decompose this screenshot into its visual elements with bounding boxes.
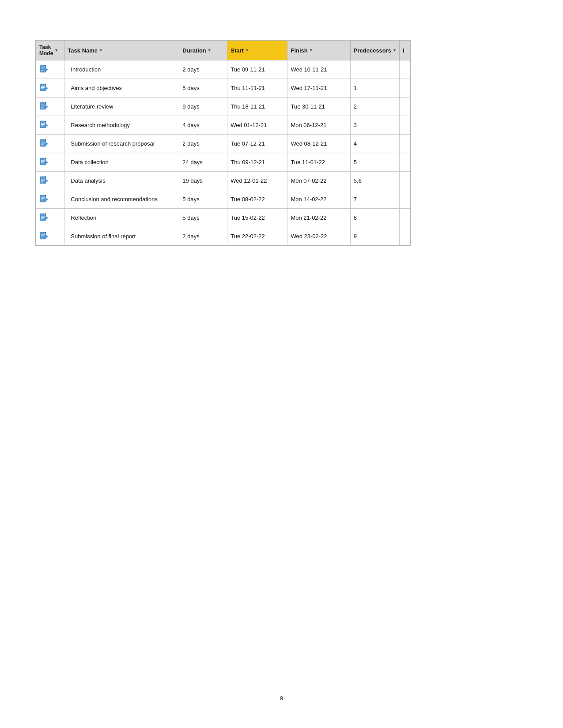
th-taskname[interactable]: Task Name ▼ bbox=[64, 41, 179, 60]
th-start[interactable]: Start ▼ bbox=[227, 41, 287, 60]
task-name-cell: Submission of final report bbox=[64, 227, 179, 246]
predecessors-cell: 3 bbox=[350, 116, 399, 135]
svg-marker-62 bbox=[46, 217, 48, 219]
svg-marker-20 bbox=[46, 105, 48, 108]
th-duration[interactable]: Duration ▼ bbox=[179, 41, 227, 60]
predecessors-cell: 5 bbox=[350, 153, 399, 172]
start-cell: Tue 07-12-21 bbox=[227, 135, 287, 153]
task-mode-cell bbox=[36, 172, 64, 190]
th-taskmode-label: Task Mode bbox=[39, 44, 53, 56]
extra-cell bbox=[400, 98, 411, 116]
task-mode-icon bbox=[39, 102, 49, 110]
svg-marker-55 bbox=[46, 198, 48, 201]
gantt-table: Task Mode ▼ Task Name ▼ Duration ▼ bbox=[36, 40, 411, 246]
duration-cell: 2 days bbox=[179, 60, 227, 79]
duration-cell: 5 days bbox=[179, 190, 227, 209]
task-name-text: Submission of final report bbox=[71, 233, 136, 240]
th-predecessors-label: Predecessors bbox=[354, 47, 391, 54]
table-row: Data collection24 daysThu 09-12-21Tue 11… bbox=[36, 153, 411, 172]
th-taskmode[interactable]: Task Mode ▼ bbox=[36, 41, 64, 60]
finish-cell: Wed 10-11-21 bbox=[287, 60, 350, 79]
task-name-text: Data analysis bbox=[71, 177, 105, 184]
th-finish-label: Finish bbox=[291, 47, 307, 54]
duration-cell: 4 days bbox=[179, 116, 227, 135]
task-mode-cell bbox=[36, 135, 64, 153]
task-name-text: Aims and objectives bbox=[71, 85, 122, 91]
svg-marker-69 bbox=[46, 235, 48, 238]
th-duration-arrow[interactable]: ▼ bbox=[208, 48, 212, 53]
duration-cell: 2 days bbox=[179, 227, 227, 246]
th-taskname-label: Task Name bbox=[68, 47, 98, 54]
svg-marker-6 bbox=[46, 68, 48, 71]
duration-cell: 24 days bbox=[179, 153, 227, 172]
task-mode-cell bbox=[36, 116, 64, 135]
duration-cell: 19 days bbox=[179, 172, 227, 190]
predecessors-cell: 8 bbox=[350, 209, 399, 227]
predecessors-cell: 7 bbox=[350, 190, 399, 209]
extra-cell bbox=[400, 116, 411, 135]
task-mode-icon bbox=[39, 158, 49, 165]
task-mode-cell bbox=[36, 79, 64, 98]
th-predecessors-arrow[interactable]: ▼ bbox=[393, 48, 397, 53]
predecessors-cell: 1 bbox=[350, 79, 399, 98]
extra-cell bbox=[400, 209, 411, 227]
table-row: Data analysis19 daysWed 12-01-22Mon 07-0… bbox=[36, 172, 411, 190]
task-mode-cell bbox=[36, 153, 64, 172]
table-row: Reflection5 daysTue 15-02-22Mon 21-02-22… bbox=[36, 209, 411, 227]
duration-cell: 5 days bbox=[179, 209, 227, 227]
task-mode-icon bbox=[39, 83, 49, 91]
page: Task Mode ▼ Task Name ▼ Duration ▼ bbox=[0, 0, 563, 728]
task-name-cell: Introduction bbox=[64, 60, 179, 79]
th-taskmode-arrow[interactable]: ▼ bbox=[54, 48, 58, 53]
finish-cell: Tue 11-01-22 bbox=[287, 153, 350, 172]
extra-cell bbox=[400, 153, 411, 172]
task-name-text: Conclusion and recommendations bbox=[71, 196, 158, 203]
start-cell: Thu 11-11-21 bbox=[227, 79, 287, 98]
task-name-cell: Data analysis bbox=[64, 172, 179, 190]
finish-cell: Wed 23-02-22 bbox=[287, 227, 350, 246]
duration-cell: 9 days bbox=[179, 98, 227, 116]
svg-marker-27 bbox=[46, 124, 48, 127]
th-extra: I bbox=[400, 41, 411, 60]
svg-marker-48 bbox=[46, 180, 48, 182]
svg-marker-41 bbox=[46, 161, 48, 164]
finish-cell: Mon 07-02-22 bbox=[287, 172, 350, 190]
start-cell: Tue 15-02-22 bbox=[227, 209, 287, 227]
finish-cell: Mon 21-02-22 bbox=[287, 209, 350, 227]
th-extra-label: I bbox=[403, 47, 404, 54]
table-row: Aims and objectives5 daysThu 11-11-21Wed… bbox=[36, 79, 411, 98]
task-mode-cell bbox=[36, 98, 64, 116]
table-row: Literature review9 daysThu 18-11-21Tue 3… bbox=[36, 98, 411, 116]
task-mode-cell bbox=[36, 60, 64, 79]
task-mode-icon bbox=[39, 213, 49, 221]
page-number: 9 bbox=[280, 695, 283, 702]
start-cell: Thu 18-11-21 bbox=[227, 98, 287, 116]
task-name-cell: Submission of research proposal bbox=[64, 135, 179, 153]
task-name-text: Reflection bbox=[71, 214, 96, 221]
task-name-cell: Literature review bbox=[64, 98, 179, 116]
task-mode-icon bbox=[39, 65, 49, 73]
start-cell: Tue 22-02-22 bbox=[227, 227, 287, 246]
task-mode-cell bbox=[36, 190, 64, 209]
th-start-arrow[interactable]: ▼ bbox=[245, 48, 249, 53]
th-taskname-arrow[interactable]: ▼ bbox=[99, 48, 103, 53]
extra-cell bbox=[400, 190, 411, 209]
table-header-row: Task Mode ▼ Task Name ▼ Duration ▼ bbox=[36, 41, 411, 60]
extra-cell bbox=[400, 135, 411, 153]
task-mode-icon bbox=[39, 176, 49, 184]
task-mode-icon bbox=[39, 195, 49, 203]
extra-cell bbox=[400, 172, 411, 190]
start-cell: Tue 08-02-22 bbox=[227, 190, 287, 209]
task-name-cell: Conclusion and recommendations bbox=[64, 190, 179, 209]
th-finish-arrow[interactable]: ▼ bbox=[309, 48, 313, 53]
th-finish[interactable]: Finish ▼ bbox=[287, 41, 350, 60]
task-mode-icon bbox=[39, 139, 49, 147]
table-row: Submission of final report2 daysTue 22-0… bbox=[36, 227, 411, 246]
th-predecessors[interactable]: Predecessors ▼ bbox=[350, 41, 399, 60]
finish-cell: Mon 06-12-21 bbox=[287, 116, 350, 135]
duration-cell: 5 days bbox=[179, 79, 227, 98]
task-name-text: Submission of research proposal bbox=[71, 140, 154, 147]
task-mode-cell bbox=[36, 227, 64, 246]
table-row: Introduction2 daysTue 09-11-21Wed 10-11-… bbox=[36, 60, 411, 79]
start-cell: Wed 01-12-21 bbox=[227, 116, 287, 135]
